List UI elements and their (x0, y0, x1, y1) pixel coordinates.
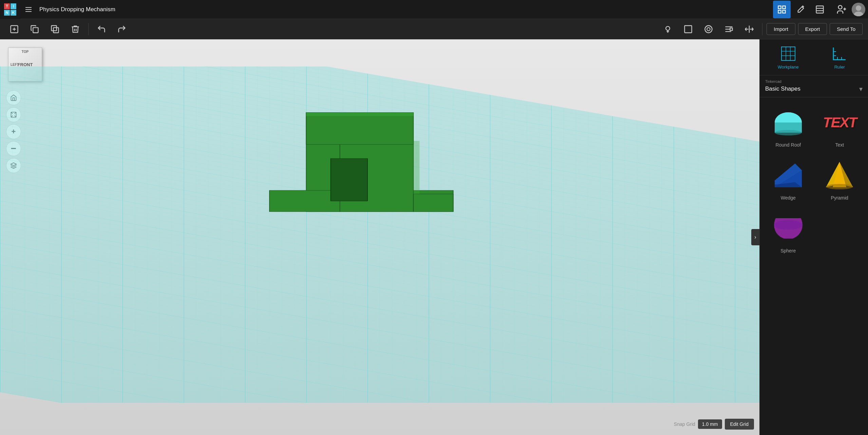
svg-point-14 (856, 5, 861, 11)
main-area: TOP LEFT FRONT (0, 39, 868, 435)
ruler-button[interactable]: Ruler (817, 45, 863, 70)
align-button[interactable] (720, 20, 738, 38)
svg-rect-6 (782, 10, 785, 13)
svg-point-67 (826, 184, 853, 189)
svg-rect-21 (53, 27, 58, 33)
svg-text:AF: AF (332, 174, 356, 185)
workplane-icon (779, 45, 797, 62)
project-title: Physics Dropping Mechanism (37, 6, 773, 13)
nav-right (773, 1, 829, 18)
pyramid-label: Pyramid (831, 195, 848, 201)
collapse-panel-arrow[interactable]: › (751, 229, 759, 245)
logo-k: K (11, 10, 16, 16)
workplane-button[interactable]: Workplane (765, 45, 811, 70)
pyramid-preview (823, 158, 856, 192)
svg-rect-20 (52, 25, 57, 31)
export-button[interactable]: Export (798, 23, 827, 35)
svg-rect-4 (782, 6, 785, 8)
text-preview: TEXT (823, 106, 856, 139)
svg-rect-42 (306, 113, 413, 145)
build-button[interactable] (792, 1, 810, 18)
svg-rect-19 (33, 27, 38, 33)
group-button[interactable] (679, 20, 697, 38)
separator-2 (762, 23, 762, 35)
svg-point-22 (666, 26, 670, 30)
shape-selector-provider-label: Tinkercad (765, 79, 863, 83)
sphere-partial-preview (771, 211, 805, 245)
bottom-bar: Snap Grid 1.0 mm Edit Grid (674, 419, 754, 430)
svg-rect-48 (781, 47, 795, 60)
notes-button[interactable] (659, 20, 677, 38)
ruler-label: Ruler (834, 64, 845, 70)
wedge-label: Wedge (781, 195, 796, 201)
shape-sphere-partial[interactable]: Sphere (765, 209, 811, 256)
layers-button[interactable] (811, 1, 829, 18)
avatar[interactable] (852, 3, 865, 16)
right-panel: Workplane Ruler Tinkercad (759, 39, 868, 435)
hamburger-menu[interactable] (20, 0, 37, 19)
duplicate-button[interactable] (26, 20, 43, 38)
sphere-partial-label: Sphere (780, 248, 796, 253)
snap-grid-label: Snap Grid (674, 421, 695, 427)
logo: T I N K (0, 0, 20, 19)
svg-rect-7 (816, 6, 824, 13)
redo-button[interactable] (113, 20, 131, 38)
dropdown-chevron: ▾ (859, 85, 863, 93)
cube-top-label: TOP (22, 50, 29, 54)
collapse-icon: › (754, 234, 756, 240)
ruler-icon (831, 45, 848, 62)
shape-wedge[interactable]: Wedge (765, 156, 811, 203)
svg-rect-3 (778, 6, 781, 8)
svg-point-26 (705, 25, 712, 33)
logo-i: I (11, 3, 16, 9)
toolbar: Import Export Send To (0, 19, 868, 39)
delete-button[interactable] (67, 20, 84, 38)
svg-point-27 (707, 27, 710, 31)
panel-top-controls: Workplane Ruler (760, 39, 868, 75)
cube-left-label: LEFT (11, 63, 19, 67)
ungroup-button[interactable] (700, 20, 717, 38)
separator-1 (88, 23, 89, 35)
viewport[interactable]: TOP LEFT FRONT (0, 39, 759, 435)
grid-svg: AF (0, 67, 759, 403)
new-button[interactable] (5, 20, 23, 38)
svg-rect-44 (413, 194, 453, 212)
svg-rect-45 (306, 113, 413, 116)
shape-round-roof[interactable]: Round Roof (765, 103, 811, 150)
svg-rect-25 (685, 25, 692, 33)
add-user-button[interactable] (834, 2, 849, 17)
user-area (834, 2, 865, 17)
top-nav: T I N K Physics Dropping Mechanism (0, 0, 868, 19)
round-roof-label: Round Roof (775, 142, 801, 148)
workplane-label: Workplane (778, 64, 799, 70)
shape-category-selector[interactable]: Tinkercad Basic Shapes ▾ (760, 75, 868, 97)
svg-rect-5 (778, 10, 781, 13)
logo-t: T (4, 3, 10, 9)
svg-rect-31 (730, 28, 733, 30)
wedge-preview (771, 158, 805, 192)
logo-n: N (4, 10, 10, 16)
shape-pyramid[interactable]: Pyramid (817, 156, 863, 203)
shapes-grid: Round Roof TEXT Text (760, 97, 868, 262)
round-roof-preview (771, 106, 805, 139)
grid-view-button[interactable] (773, 1, 791, 18)
copy-button[interactable] (46, 20, 64, 38)
edit-grid-button[interactable]: Edit Grid (725, 419, 754, 430)
text-shape-visual: TEXT (823, 115, 857, 131)
import-button[interactable]: Import (767, 23, 795, 35)
svg-point-59 (775, 130, 802, 135)
svg-point-10 (838, 5, 842, 9)
mirror-button[interactable] (740, 20, 758, 38)
svg-rect-46 (413, 141, 419, 194)
text-label: Text (835, 142, 844, 148)
shape-text[interactable]: TEXT Text (817, 103, 863, 150)
snap-value[interactable]: 1.0 mm (698, 419, 722, 429)
svg-point-69 (774, 220, 803, 230)
undo-button[interactable] (93, 20, 110, 38)
shape-category-name: Basic Shapes (765, 86, 800, 92)
send-to-button[interactable]: Send To (830, 23, 863, 35)
shape-selector-value[interactable]: Basic Shapes ▾ (765, 85, 863, 93)
